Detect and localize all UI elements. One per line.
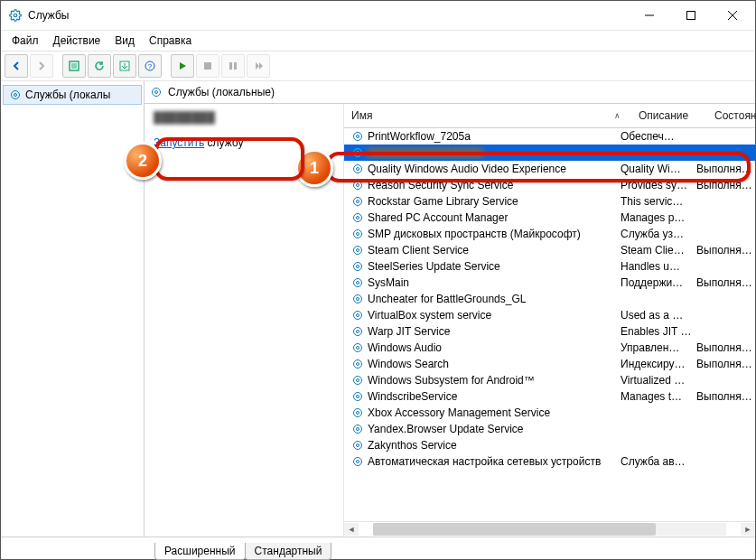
svg-point-33 [357,249,359,252]
service-gear-icon [351,179,364,191]
svg-point-45 [357,347,359,350]
service-description: Обеспеч… [617,130,693,143]
column-headers: Имя ∧ Описание Состояние [344,104,755,128]
properties-button[interactable] [62,54,86,78]
service-state: Выполняетс [693,358,755,370]
close-button[interactable] [712,1,753,30]
service-gear-icon [351,390,364,403]
service-row[interactable]: Quality Windows Audio Video ExperienceQu… [344,161,755,177]
menu-file[interactable]: Файл [5,33,46,49]
svg-point-43 [357,331,359,333]
menu-help[interactable]: Справка [142,33,199,49]
service-row[interactable]: Uncheater for BattleGrounds_GL [344,291,755,307]
horizontal-scrollbar[interactable]: ◄ ► [344,521,755,537]
maximize-button[interactable] [670,1,712,30]
service-row[interactable]: Rockstar Game Library ServiceThis servic… [344,193,755,210]
svg-point-19 [357,135,359,138]
scroll-left-icon[interactable]: ◄ [344,523,359,536]
svg-point-35 [357,266,359,268]
service-row[interactable]: Windows Subsystem for Android™Virtualize… [344,372,755,388]
service-name: SteelSeries Update Service [368,260,500,273]
back-button[interactable] [5,54,28,78]
stop-service-button[interactable] [196,54,219,78]
service-name: Yandex.Browser Update Service [368,423,524,435]
menu-view[interactable]: Вид [107,33,142,49]
service-row[interactable]: Warp JIT ServiceEnables JIT … [344,323,755,340]
service-gear-icon [351,293,364,305]
scroll-right-icon[interactable]: ► [741,523,755,536]
service-name: Steam Client Service [368,244,469,257]
service-gear-icon [351,374,364,387]
task-service-name: ████████ [154,111,334,124]
service-gear-icon [351,260,364,273]
svg-point-17 [155,91,158,94]
service-description: This servic… [617,195,693,208]
service-row[interactable]: ███████████████ [344,145,755,161]
svg-point-49 [357,379,359,382]
menu-action[interactable]: Действие [46,33,108,49]
svg-point-53 [357,412,359,415]
tab-extended[interactable]: Расширенный [154,543,246,560]
service-row[interactable]: VirtualBox system serviceUsed as a … [344,307,755,323]
minimize-button[interactable] [629,1,670,30]
service-row[interactable]: SMP дисковых пространств (Майкрософт)Слу… [344,226,755,242]
service-row[interactable]: SysMainПоддержи…Выполняетс [344,275,755,291]
service-row[interactable]: Reason Security Sync ServiceProvides sy…… [344,177,755,193]
service-gear-icon [351,276,364,289]
start-service-button[interactable] [171,54,194,78]
column-description[interactable]: Описание [635,109,711,122]
svg-point-22 [354,149,362,157]
svg-text:?: ? [148,62,153,70]
column-state[interactable]: Состояние [711,109,756,122]
export-button[interactable] [113,54,136,78]
service-row[interactable]: WindscribeServiceManages t…Выполняетс [344,388,755,405]
service-description: Управлен… [617,341,693,354]
service-row[interactable]: Автоматическая настройка сетевых устройс… [344,453,755,470]
view-tabs: Расширенный Стандартный [1,537,755,559]
service-row[interactable]: Windows SearchИндексиру…Выполняетс [344,356,755,372]
service-name: Windows Audio [368,341,442,354]
service-row[interactable]: Zakynthos Service [344,437,755,453]
service-state: Выполняетс [693,390,755,403]
help-button[interactable]: ? [138,54,162,78]
service-row[interactable]: Windows AudioУправлен…Выполняетс [344,340,755,356]
pause-service-button[interactable] [221,54,245,78]
svg-point-55 [357,428,359,431]
svg-point-48 [354,360,362,369]
forward-button[interactable] [30,54,53,78]
service-row[interactable]: Shared PC Account ManagerManages p… [344,210,755,226]
service-state: Выполняетс [693,276,755,289]
service-row[interactable]: PrintWorkflow_7205aОбеспеч… [344,128,755,145]
svg-point-39 [357,298,359,301]
service-description: Steam Clie… [617,244,693,257]
service-description: Поддержи… [617,276,693,289]
service-gear-icon [351,130,364,143]
service-gear-icon [351,163,364,175]
detail-header-title: Службы (локальные) [168,86,275,98]
service-row[interactable]: Steam Client ServiceSteam Clie…Выполняет… [344,242,755,258]
title-bar: Службы [1,1,755,31]
service-row[interactable]: Xbox Accessory Management Service [344,405,755,421]
service-row[interactable]: SteelSeries Update ServiceHandles u… [344,258,755,275]
service-description: Used as a … [617,309,693,322]
start-service-suffix: службу [204,136,243,149]
svg-point-16 [12,91,20,99]
svg-point-30 [354,214,362,222]
service-row[interactable]: Yandex.Browser Update Service [344,421,755,437]
column-name[interactable]: Имя ∧ [351,109,635,122]
svg-point-41 [357,314,359,317]
service-gear-icon [351,341,364,354]
service-gear-icon [351,325,364,338]
restart-service-button[interactable] [247,54,270,78]
service-name: SysMain [368,276,409,289]
service-name: PrintWorkflow_7205a [368,130,471,143]
service-list[interactable]: PrintWorkflow_7205aОбеспеч…█████████████… [344,128,755,521]
start-service-link[interactable]: Запустить [154,136,204,149]
service-name: SMP дисковых пространств (Майкрософт) [368,228,581,240]
tab-standard[interactable]: Стандартный [245,543,332,560]
service-gear-icon [351,244,364,257]
refresh-button[interactable] [88,54,111,78]
service-name: Windows Subsystem for Android™ [368,374,535,387]
tree-item-services-local[interactable]: Службы (локалы [3,85,142,105]
service-gear-icon [351,146,364,159]
